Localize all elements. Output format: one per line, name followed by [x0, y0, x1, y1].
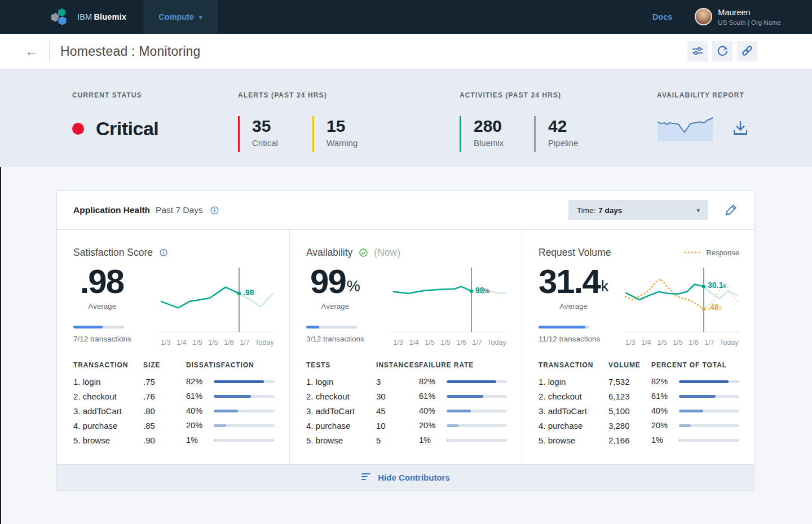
- satisfaction-sparkline: .981/31/41/51/51/61/7Today: [159, 265, 275, 349]
- svg-text:Today: Today: [255, 339, 274, 347]
- percent-bar: [679, 424, 739, 427]
- card-subtitle: Past 7 Days: [156, 205, 203, 215]
- metric-table: TRANSACTIONSIZEDISSATISFACTION1. login.7…: [73, 361, 275, 447]
- table-row: 2. checkout.7661%: [73, 389, 275, 403]
- card-header: Application Health Past 7 Days Time: 7 d…: [57, 191, 754, 230]
- bluemix-logo-icon: [50, 7, 70, 27]
- divider: [49, 41, 50, 62]
- satisfaction-score-panel: Satisfaction Score .98 Average: [57, 230, 289, 464]
- table-row: 3. addToCart5,10040%: [539, 403, 739, 418]
- metric-table: TESTSINSTANCESFAILURE RATE1. login382%2.…: [306, 361, 507, 447]
- table-row: 4. purchase3,28020%: [539, 418, 739, 433]
- table-row: 5. browse2,1661%: [539, 433, 739, 447]
- page-title: Homestead : Monitoring: [60, 44, 201, 59]
- alerts-summary: ALERTS (PAST 24 HRS) 35 Critical 15 Warn…: [238, 91, 387, 152]
- percent-bar: [447, 395, 507, 398]
- svg-text:1/4: 1/4: [176, 339, 186, 347]
- svg-text:.48s: .48s: [708, 303, 722, 312]
- svg-text:98%: 98%: [475, 286, 490, 295]
- link-button[interactable]: [737, 41, 757, 61]
- user-name: Maureen: [718, 8, 781, 17]
- table-row: 2. checkout3061%: [306, 389, 507, 403]
- svg-text:1/5: 1/5: [440, 339, 450, 347]
- percent-bar: [214, 410, 275, 412]
- status-band: CURRENT STATUS Critical ALERTS (PAST 24 …: [0, 69, 812, 167]
- metric-caption: Average: [306, 302, 364, 310]
- hide-contributors-button[interactable]: Hide Contributors: [57, 464, 754, 490]
- svg-text:1/4: 1/4: [641, 339, 651, 347]
- chevron-down-icon: ▾: [199, 14, 202, 21]
- settings-button[interactable]: [687, 41, 708, 61]
- table-row: 5. browse.901%: [73, 433, 275, 447]
- svg-text:1/5: 1/5: [208, 339, 218, 347]
- percent-bar: [679, 380, 739, 383]
- transactions-label: 7/12 transactions: [73, 335, 131, 343]
- activities-label: ACTIVITIES (PAST 24 HRS): [460, 91, 608, 99]
- availability-report-label: AVAILABILITY REPORT: [657, 91, 751, 99]
- svg-text:.98: .98: [243, 288, 254, 297]
- main-content: Application Health Past 7 Days Time: 7 d…: [0, 167, 812, 524]
- edit-button[interactable]: [725, 203, 738, 218]
- download-report-button[interactable]: [730, 118, 751, 140]
- pipeline-activities-stat: 42 Pipeline: [534, 116, 588, 152]
- panel-title: Availability: [306, 247, 352, 259]
- percent-bar: [679, 439, 739, 442]
- metric-caption: Average: [73, 302, 131, 310]
- svg-text:Today: Today: [487, 339, 506, 347]
- panel-title: Request Volume: [539, 247, 611, 259]
- now-label: (Now): [374, 247, 400, 259]
- percent-bar: [447, 424, 507, 427]
- refresh-button[interactable]: [712, 41, 732, 61]
- transactions-label: 3/12 transactions: [306, 335, 364, 343]
- percent-bar: [447, 410, 507, 412]
- time-range-select[interactable]: Time: 7 days ▾: [568, 200, 708, 220]
- back-button[interactable]: ←: [25, 45, 38, 58]
- table-row: 1. login382%: [306, 374, 507, 389]
- transactions-progress: [306, 326, 357, 328]
- svg-text:1/3: 1/3: [625, 339, 635, 347]
- check-circle-icon: [358, 247, 369, 258]
- svg-text:1/5: 1/5: [192, 339, 202, 347]
- metric-table: TRANSACTIONVOLUMEPERCENT OF TOTAL1. logi…: [539, 361, 739, 447]
- download-icon: [730, 132, 751, 140]
- table-header: TRANSACTIONSIZEDISSATISFACTION: [73, 361, 275, 369]
- metric-value: 99%: [306, 265, 364, 297]
- title-bar: ← Homestead : Monitoring: [0, 34, 812, 69]
- svg-text:1/7: 1/7: [240, 339, 249, 347]
- table-row: 1. login.7582%: [73, 374, 275, 389]
- card-title: Application Health: [73, 205, 150, 215]
- svg-text:1/5: 1/5: [425, 339, 434, 347]
- top-nav: IBMBluemix Compute ▾ Docs Maureen US Sou…: [0, 0, 812, 34]
- metric-value: .98: [73, 265, 131, 297]
- table-row: 3. addToCart.8040%: [73, 403, 275, 418]
- status-value: Critical: [96, 118, 158, 140]
- svg-text:1/6: 1/6: [456, 339, 466, 347]
- percent-bar: [214, 380, 275, 383]
- docs-link[interactable]: Docs: [652, 12, 672, 21]
- critical-alerts-stat: 35 Critical: [238, 116, 292, 152]
- svg-text:1/7: 1/7: [472, 339, 482, 347]
- transactions-label: 11/12 transactions: [539, 335, 608, 343]
- info-icon[interactable]: [209, 205, 220, 216]
- user-menu[interactable]: Maureen US South | Org Name: [695, 8, 781, 25]
- compute-menu[interactable]: Compute ▾: [143, 0, 217, 34]
- percent-bar: [679, 395, 739, 398]
- table-row: 4. purchase.8520%: [73, 418, 275, 433]
- svg-text:1/3: 1/3: [393, 339, 403, 347]
- table-header: TESTSINSTANCESFAILURE RATE: [306, 361, 507, 369]
- metric-value: 31.4k: [539, 265, 608, 297]
- chevron-down-icon: ▾: [696, 207, 700, 214]
- svg-text:1/3: 1/3: [161, 339, 170, 347]
- percent-bar: [214, 439, 275, 442]
- user-org: US South | Org Name: [718, 19, 781, 26]
- availability-mini-chart: [657, 115, 713, 143]
- metric-caption: Average: [539, 302, 608, 310]
- svg-text:1/4: 1/4: [409, 339, 418, 347]
- request-volume-panel: Request Volume Response 31.4k Average: [522, 230, 754, 464]
- availability-sparkline: 98%1/31/41/51/51/61/7Today: [391, 265, 507, 349]
- link-icon: [740, 44, 754, 59]
- dotted-line-icon: [684, 251, 701, 254]
- current-status-label: CURRENT STATUS: [72, 91, 158, 99]
- info-icon[interactable]: [158, 247, 169, 257]
- svg-text:1/6: 1/6: [689, 339, 698, 347]
